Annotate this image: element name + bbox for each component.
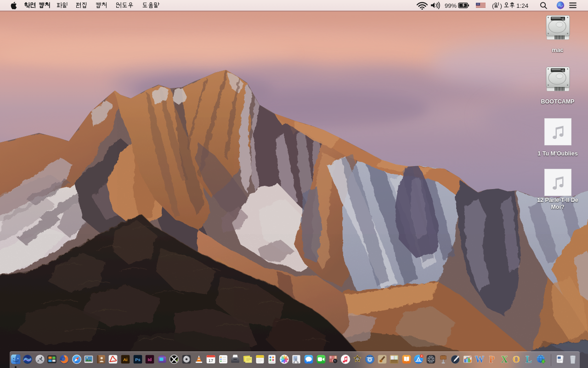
svg-text:17: 17 — [209, 358, 213, 363]
svg-text:): ) — [500, 2, 503, 9]
svg-text:4: 4 — [421, 355, 423, 357]
svg-text:99%: 99% — [445, 2, 457, 9]
svg-text:Id: Id — [148, 357, 152, 362]
svg-text:P: P — [489, 354, 495, 364]
svg-text:Ps: Ps — [135, 357, 140, 362]
svg-text:(: ( — [492, 2, 494, 9]
svg-text:W: W — [475, 354, 484, 364]
svg-text:L: L — [526, 354, 532, 364]
svg-text:1:24: 1:24 — [516, 2, 529, 9]
svg-text:Ai: Ai — [123, 357, 127, 362]
svg-text:X: X — [501, 354, 508, 364]
svg-text:O: O — [513, 354, 520, 364]
